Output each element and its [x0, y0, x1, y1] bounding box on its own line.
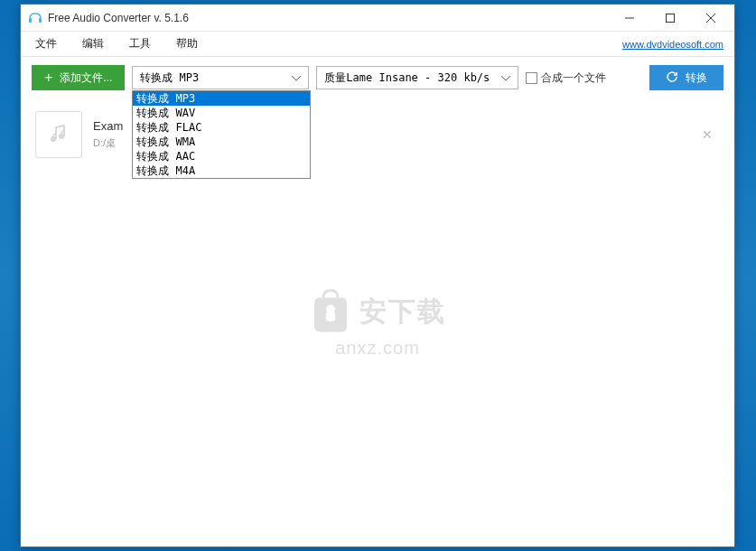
convert-button[interactable]: 转换 — [649, 65, 723, 90]
merge-label: 合成一个文件 — [541, 70, 606, 86]
window-controls — [609, 5, 731, 31]
menu-help[interactable]: 帮助 — [173, 34, 201, 53]
app-icon — [28, 11, 42, 25]
toolbar: + 添加文件... 转换成 MP3 转换成 MP3 转换成 WAV 转换成 FL… — [21, 57, 734, 98]
format-dropdown[interactable]: 转换成 MP3 转换成 MP3 转换成 WAV 转换成 FLAC 转换成 WMA… — [132, 66, 309, 89]
refresh-icon — [666, 70, 678, 86]
app-window: Free Audio Converter v. 5.1.6 文件 编辑 工具 帮… — [20, 4, 735, 547]
file-info: Exam D:/桌 — [93, 119, 123, 150]
add-files-label: 添加文件... — [60, 70, 112, 86]
format-dropdown-list: 转换成 MP3 转换成 WAV 转换成 FLAC 转换成 WMA 转换成 AAC… — [132, 90, 311, 179]
convert-label: 转换 — [686, 70, 707, 86]
svg-rect-0 — [29, 18, 32, 23]
titlebar[interactable]: Free Audio Converter v. 5.1.6 — [21, 5, 734, 32]
svg-rect-8 — [314, 298, 347, 332]
file-path: D:/桌 — [93, 136, 123, 150]
checkbox-box — [526, 72, 537, 84]
close-button[interactable] — [690, 5, 731, 31]
watermark-url: anxz.com — [335, 338, 420, 359]
content-area: Exam D:/桌 ✕ 安下载 anxz.com — [21, 98, 734, 546]
svg-rect-1 — [39, 18, 42, 23]
menubar: 文件 编辑 工具 帮助 www.dvdvideosoft.com — [21, 32, 734, 57]
bag-icon — [309, 287, 352, 336]
menu-edit[interactable]: 编辑 — [79, 34, 107, 53]
svg-point-9 — [326, 305, 335, 314]
watermark-text: 安下载 — [359, 293, 446, 330]
add-files-button[interactable]: + 添加文件... — [32, 65, 125, 90]
plus-icon: + — [44, 70, 52, 85]
watermark: 安下载 anxz.com — [309, 287, 446, 359]
svg-rect-3 — [666, 14, 674, 22]
file-thumbnail — [35, 111, 82, 158]
minimize-button[interactable] — [609, 5, 649, 31]
menu-file[interactable]: 文件 — [32, 34, 61, 53]
chevron-down-icon — [501, 71, 510, 84]
chevron-down-icon — [292, 71, 301, 84]
maximize-button[interactable] — [649, 5, 690, 31]
website-link[interactable]: www.dvdvideosoft.com — [622, 39, 723, 50]
format-selected-label: 转换成 MP3 — [140, 70, 199, 86]
format-option-flac[interactable]: 转换成 FLAC — [133, 120, 310, 135]
menu-tools[interactable]: 工具 — [126, 34, 154, 53]
quality-label: 质量Lame Insane - 320 kb/s — [324, 70, 490, 86]
quality-dropdown[interactable]: 质量Lame Insane - 320 kb/s — [316, 66, 518, 89]
format-option-wav[interactable]: 转换成 WAV — [133, 106, 310, 120]
window-title: Free Audio Converter v. 5.1.6 — [48, 12, 609, 24]
merge-checkbox[interactable]: 合成一个文件 — [526, 70, 606, 86]
file-name: Exam — [93, 119, 123, 133]
svg-rect-10 — [326, 313, 335, 322]
remove-file-button[interactable]: ✕ — [695, 124, 720, 145]
format-option-mp3[interactable]: 转换成 MP3 — [133, 91, 310, 106]
music-note-icon — [48, 124, 70, 145]
format-option-m4a[interactable]: 转换成 M4A — [133, 163, 310, 178]
format-option-wma[interactable]: 转换成 WMA — [133, 135, 310, 149]
format-option-aac[interactable]: 转换成 AAC — [133, 149, 310, 163]
